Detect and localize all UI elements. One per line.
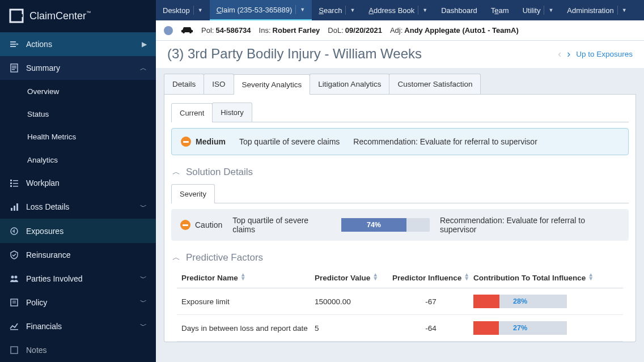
- sidebar-item-lossdetails[interactable]: Loss Details ﹀: [0, 195, 156, 219]
- col-predictor-value[interactable]: Predictor Value▲▼: [315, 272, 388, 282]
- up-to-exposures-link[interactable]: Up to Exposures: [576, 50, 633, 58]
- content-area: Details ISO Severity Analytics Litigatio…: [156, 68, 644, 362]
- caution-recommendation: Recommendation: Evaluate for referral to…: [440, 216, 620, 234]
- svg-rect-7: [12, 66, 16, 67]
- chevron-down-icon[interactable]: ▼: [345, 6, 355, 15]
- svg-rect-8: [12, 67, 16, 69]
- col-predictor-influence[interactable]: Predictor Influence▲▼: [388, 272, 473, 282]
- claimcenter-logo-icon: [9, 8, 24, 23]
- svg-point-28: [189, 31, 192, 33]
- topnav-utility[interactable]: Utility▼: [516, 0, 561, 20]
- topnav-team[interactable]: Team: [484, 0, 516, 20]
- svg-marker-5: [16, 43, 19, 45]
- svg-rect-10: [10, 180, 12, 181]
- topnav-desktop[interactable]: Desktop▼: [156, 0, 210, 20]
- top-nav: Desktop▼ Claim (235-53-365889)▼ Search▼ …: [156, 0, 644, 20]
- sidebar-item-notes[interactable]: Notes: [0, 338, 156, 362]
- chevron-up-icon: ︿: [172, 253, 180, 263]
- page-title-bar: (3) 3rd Party Bodily Injury - William We…: [156, 41, 644, 68]
- info-insured: Ins:Robert Farley: [259, 26, 320, 35]
- cell-value: 5: [315, 324, 388, 333]
- sidebar-item-summary[interactable]: Summary ︿: [0, 56, 156, 80]
- tab-litigation[interactable]: Litigation Analytics: [310, 74, 389, 94]
- severity-level: Medium: [196, 137, 226, 146]
- solution-tab-severity[interactable]: Severity: [171, 184, 215, 203]
- sidebar-item-financials[interactable]: Financials ﹀: [0, 314, 156, 338]
- cell-influence: -67: [388, 297, 473, 306]
- sidebar-item-reinsurance[interactable]: Reinsurance: [0, 243, 156, 267]
- svg-rect-18: [16, 203, 18, 211]
- sidebar-sub-analytics[interactable]: Analytics: [0, 148, 156, 171]
- chevron-down-icon: ﹀: [140, 274, 147, 283]
- severity-recommendation: Recommendation: Evaluate for referral to…: [353, 137, 537, 146]
- sidebar-sub-health[interactable]: Health Metrics: [0, 126, 156, 148]
- svg-point-20: [11, 275, 14, 278]
- topnav-dashboard[interactable]: Dashboard: [434, 0, 484, 20]
- tab-details[interactable]: Details: [164, 74, 204, 94]
- topnav-claim[interactable]: Claim (235-53-365889)▼: [210, 0, 312, 20]
- svg-rect-23: [12, 301, 16, 301]
- exposures-icon: [9, 227, 19, 236]
- svg-rect-16: [11, 208, 12, 211]
- workplan-icon: [9, 178, 19, 188]
- status-dot-icon: [164, 26, 173, 35]
- vehicle-icon: [181, 25, 193, 36]
- sidebar-label: Notes: [26, 346, 47, 355]
- cell-name: Exposure limit: [181, 297, 315, 306]
- sidebar-label: Exposures: [26, 227, 63, 236]
- severity-progress: 74%: [341, 218, 430, 232]
- sidebar-label: Parties Involved: [26, 274, 83, 283]
- sidebar-label: Actions: [26, 40, 52, 49]
- contribution-bar: 27%: [473, 321, 567, 335]
- main-tabs: Details ISO Severity Analytics Litigatio…: [164, 74, 636, 95]
- sidebar-label: Loss Details: [26, 202, 69, 211]
- sort-icon: ▲▼: [372, 272, 378, 280]
- cell-contribution: 27%: [473, 321, 618, 335]
- col-predictor-name[interactable]: Predictor Name▲▼: [181, 272, 315, 282]
- table-header: Predictor Name▲▼ Predictor Value▲▼ Predi…: [177, 267, 623, 288]
- predictive-factors-header[interactable]: ︿ Predictive Factors: [171, 249, 629, 267]
- notes-icon: [9, 346, 19, 355]
- caution-banner: Caution Top quartile of severe claims 74…: [171, 209, 629, 241]
- subtab-history[interactable]: History: [212, 103, 252, 122]
- subtab-current[interactable]: Current: [171, 103, 213, 122]
- sidebar-item-actions[interactable]: Actions ▶: [0, 32, 156, 56]
- chevron-down-icon[interactable]: ▼: [193, 6, 203, 15]
- sidebar-item-exposures[interactable]: Exposures: [0, 219, 156, 242]
- sidebar-sub-status[interactable]: Status: [0, 103, 156, 125]
- sidebar-sub-overview[interactable]: Overview: [0, 80, 156, 103]
- topnav-addressbook[interactable]: Address Book▼: [362, 0, 434, 20]
- topnav-administration[interactable]: Administration▼: [560, 0, 633, 20]
- sidebar-item-policy[interactable]: Policy ﹀: [0, 291, 156, 314]
- chevron-down-icon[interactable]: ▼: [295, 5, 305, 14]
- col-contribution[interactable]: Contribution To Total Influence▲▼: [473, 272, 618, 282]
- caution-text: Top quartile of severe claims: [232, 216, 331, 234]
- sidebar-item-parties[interactable]: Parties Involved ﹀: [0, 267, 156, 291]
- chevron-down-icon[interactable]: ▼: [544, 6, 553, 15]
- svg-rect-11: [13, 180, 18, 181]
- tab-customer[interactable]: Customer Satisfaction: [389, 74, 481, 94]
- summary-icon: [9, 63, 19, 73]
- severity-banner: Medium Top quartile of severe claims Rec…: [171, 128, 629, 155]
- svg-rect-17: [14, 206, 15, 211]
- prev-exposure-icon[interactable]: ‹: [558, 48, 561, 60]
- tab-iso[interactable]: ISO: [204, 74, 234, 94]
- severity-text: Top quartile of severe claims: [239, 137, 340, 146]
- app-name: ClaimCenter™: [29, 10, 91, 22]
- solution-tabs: Severity: [171, 184, 629, 203]
- tab-severity[interactable]: Severity Analytics: [234, 74, 311, 95]
- financials-icon: [9, 322, 19, 331]
- chevron-down-icon[interactable]: ▼: [418, 6, 427, 15]
- svg-rect-13: [13, 183, 18, 184]
- cell-name: Days in between loss and report date: [181, 324, 315, 333]
- sort-icon: ▲▼: [240, 272, 246, 280]
- svg-rect-26: [11, 347, 18, 354]
- solution-details-header[interactable]: ︿ Solution Details: [171, 163, 629, 181]
- info-policy: Pol:54-586734: [201, 26, 251, 35]
- sidebar-item-workplan[interactable]: Workplan: [0, 171, 156, 195]
- topnav-search[interactable]: Search▼: [312, 0, 362, 20]
- next-exposure-icon[interactable]: ›: [567, 48, 570, 60]
- sidebar-label: Policy: [26, 298, 47, 307]
- app-logo: ClaimCenter™: [0, 0, 156, 32]
- chevron-down-icon[interactable]: ▼: [617, 6, 627, 15]
